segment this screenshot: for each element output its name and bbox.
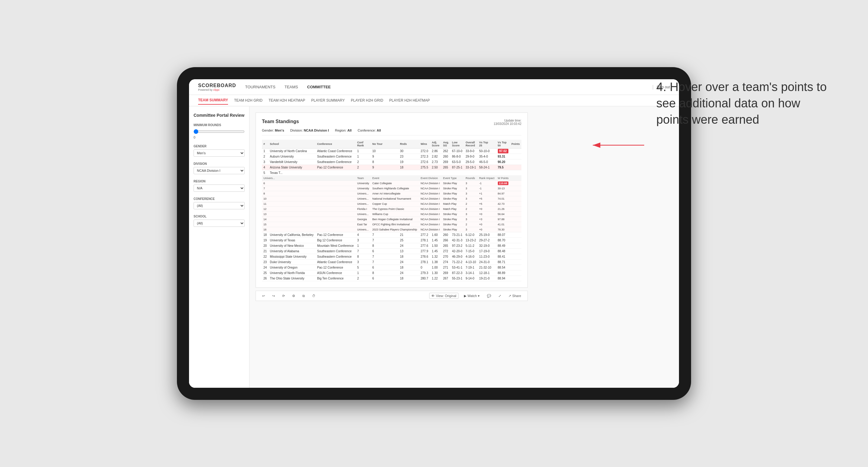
expanded-header-row: Univers... Team Event Event Division Eve… xyxy=(262,176,521,181)
view-icon: 👁 xyxy=(431,294,435,298)
subnav-player-h2h-heatmap[interactable]: PLAYER H2H HEATMAP xyxy=(389,96,430,104)
points-badge: 97.02 xyxy=(498,149,508,153)
expand-button[interactable]: ⤢ xyxy=(497,293,503,299)
col-overall-record: OverallRecord xyxy=(464,140,477,149)
table-row[interactable]: 3 Vanderbilt University Southeastern Con… xyxy=(262,159,521,165)
expanded-event-row: 7 University Southern Highlands Collegia… xyxy=(262,186,521,191)
comment-button[interactable]: 💬 xyxy=(485,293,493,299)
main-nav-links: TOURNAMENTS TEAMS COMMITTEE xyxy=(245,84,652,90)
filter-region: Region: All xyxy=(335,129,352,132)
undo-button[interactable]: ↩ xyxy=(260,293,267,299)
filter-conference: Conference: All xyxy=(358,129,381,132)
tablet-device: SCOREBOARD Powered by clippi TOURNAMENTS… xyxy=(177,67,691,400)
tablet-screen: SCOREBOARD Powered by clippi TOURNAMENTS… xyxy=(189,79,679,388)
table-row[interactable]: 23 Duke University Atlantic Coast Confer… xyxy=(262,259,521,265)
nav-teams[interactable]: TEAMS xyxy=(285,84,298,90)
table-row[interactable]: 19 University of Texas Big 12 Conference… xyxy=(262,238,521,243)
expanded-event-row: 6 University Cater Collegiate NCAA Divis… xyxy=(262,181,521,186)
sub-navigation: TEAM SUMMARY TEAM H2H GRID TEAM H2H HEAT… xyxy=(189,95,679,106)
sidebar-label-school: School xyxy=(193,215,245,218)
filter-gender: Gender: Men's xyxy=(262,129,284,132)
table-row[interactable]: 2 Auburn University Southeastern Confere… xyxy=(262,154,521,159)
sidebar-section-division: Division NCAA Division I NCAA Division I… xyxy=(193,162,245,174)
timer-button[interactable]: ⏱ xyxy=(310,293,317,299)
report-title: Team Standings xyxy=(262,119,299,124)
refresh-button[interactable]: ⟳ xyxy=(280,293,287,299)
table-row[interactable]: 21 University of Alabama Southeastern Co… xyxy=(262,249,521,254)
expanded-event-row: 12 Florida I The Cypress Point Classic N… xyxy=(262,207,521,212)
school-select[interactable]: (All) xyxy=(193,220,245,227)
subnav-team-summary[interactable]: TEAM SUMMARY xyxy=(198,96,228,105)
expanded-event-row: 16 Univers... 2023 Sahalee Players Champ… xyxy=(262,227,521,232)
sidebar-section-min-rounds: Minimum Rounds 0 xyxy=(193,123,245,139)
share-button[interactable]: ↗ Share xyxy=(506,293,523,299)
subnav-player-summary[interactable]: PLAYER SUMMARY xyxy=(311,96,345,104)
sidebar-label-region: Region xyxy=(193,180,245,183)
col-rank: # xyxy=(262,140,268,149)
col-avg-sg: Avg.SG xyxy=(441,140,450,149)
sidebar-section-gender: Gender Men's Women's xyxy=(193,145,245,157)
sidebar: Committee Portal Review Minimum Rounds 0… xyxy=(189,106,249,388)
annotation-container: 4. Hover over a team's points to see add… xyxy=(656,79,832,128)
top-navigation: SCOREBOARD Powered by clippi TOURNAMENTS… xyxy=(189,79,679,95)
table-row[interactable]: 20 University of New Mexico Mountain Wes… xyxy=(262,243,521,249)
arrow-container xyxy=(584,133,650,158)
watch-button[interactable]: ▶ Watch ▾ xyxy=(462,293,482,299)
division-select[interactable]: NCAA Division I NCAA Division II NCAA Di… xyxy=(193,167,245,174)
sidebar-section-school: School (All) xyxy=(193,215,245,227)
redo-button[interactable]: ↪ xyxy=(270,293,277,299)
subnav-player-h2h-grid[interactable]: PLAYER H2H GRID xyxy=(351,96,383,104)
expanded-event-row: 15 East Tar OFCC Fighting Illini Invitat… xyxy=(262,222,521,227)
col-low-score: LowScore xyxy=(450,140,464,149)
col-school: School xyxy=(268,140,315,149)
nav-committee[interactable]: COMMITTEE xyxy=(307,84,331,90)
expanded-event-row: 14 Georgia Ben Hogan Collegiate Invitati… xyxy=(262,217,521,222)
sidebar-label-division: Division xyxy=(193,162,245,165)
col-adj-score: Adj.Score xyxy=(430,140,441,149)
table-row[interactable]: 4 Arizona State University Pac-12 Confer… xyxy=(262,165,521,170)
table-row[interactable]: 1 University of North Carolina Atlantic … xyxy=(262,149,521,154)
expanded-event-row: 10 Univers... National Invitational Tour… xyxy=(262,196,521,201)
sidebar-label-gender: Gender xyxy=(193,145,245,148)
expanded-event-row: 8 Univers... Amer Ari Intercollegiate NC… xyxy=(262,191,521,196)
filter-division: Division: NCAA Division I xyxy=(290,129,329,132)
red-arrow-svg xyxy=(584,133,650,157)
bottom-toolbar: ↩ ↪ ⟳ ⚙ ⧉ ⏱ 👁 View: Original ▶ Watch ▾ xyxy=(255,291,528,301)
col-conf-rank: ConfRank xyxy=(356,140,371,149)
sidebar-section-region: Region N/A All xyxy=(193,180,245,192)
report-container: Team Standings Update time:13/03/2024 10… xyxy=(255,113,528,288)
subnav-team-h2h-heatmap[interactable]: TEAM H2H HEATMAP xyxy=(269,96,305,104)
col-rnds: Rnds xyxy=(399,140,419,149)
view-original-button[interactable]: 👁 View: Original xyxy=(429,293,459,299)
sidebar-label-min-rounds: Minimum Rounds xyxy=(193,123,245,127)
expanded-event-row: 11 Univers... Copper Cup NCAA Division I… xyxy=(262,201,521,207)
table-row[interactable]: 25 University of North Florida ASUN Conf… xyxy=(262,271,521,276)
table-row[interactable]: 5 Texas T... xyxy=(262,170,521,176)
table-row[interactable]: 24 University of Oregon Pac-12 Conferenc… xyxy=(262,265,521,271)
sidebar-section-conference: Conference (All) xyxy=(193,197,245,209)
col-conference: Conference xyxy=(315,140,355,149)
col-no-tour: No Tour xyxy=(371,140,399,149)
standings-table: # School Conference ConfRank No Tour Rnd… xyxy=(262,140,521,281)
subnav-team-h2h-grid[interactable]: TEAM H2H GRID xyxy=(234,96,262,104)
settings-button[interactable]: ⚙ xyxy=(290,293,297,299)
annotation-text: 4. Hover over a team's points to see add… xyxy=(656,79,832,128)
logo-subtitle: Powered by clippi xyxy=(198,88,236,91)
update-time: Update time:13/03/2024 10:03:42 xyxy=(494,119,521,126)
copy-button[interactable]: ⧉ xyxy=(301,293,307,299)
region-select[interactable]: N/A All xyxy=(193,185,245,192)
table-row[interactable]: 22 Mississippi State University Southeas… xyxy=(262,254,521,259)
sidebar-title: Committee Portal Review xyxy=(193,113,245,118)
col-vs-top50: Vs Top50 xyxy=(496,140,510,149)
conference-select[interactable]: (All) xyxy=(193,202,245,209)
expanded-event-row: 13 Univers... Williams Cup NCAA Division… xyxy=(262,212,521,217)
min-rounds-value: 0 xyxy=(193,135,245,139)
col-wins: Wins xyxy=(419,140,430,149)
gender-select[interactable]: Men's Women's xyxy=(193,149,245,157)
nav-tournaments[interactable]: TOURNAMENTS xyxy=(245,84,276,90)
min-rounds-slider[interactable] xyxy=(193,129,245,134)
table-row[interactable]: 26 The Ohio State University Big Ten Con… xyxy=(262,276,521,281)
table-row[interactable]: 18 University of California, Berkeley Pa… xyxy=(262,232,521,238)
col-points: Points xyxy=(510,140,521,149)
nav-separator: | xyxy=(652,84,654,90)
